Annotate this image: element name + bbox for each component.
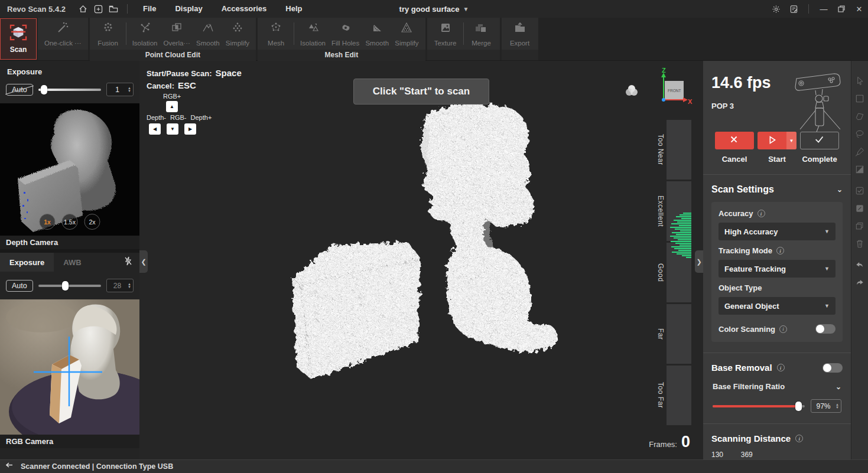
- redo-icon[interactable]: [854, 277, 866, 289]
- isolation-button[interactable]: Isolation: [297, 18, 329, 50]
- cursor-icon[interactable]: [854, 75, 866, 87]
- isolation-button[interactable]: Isolation: [129, 18, 161, 50]
- new-project-icon[interactable]: [90, 2, 106, 15]
- smooth-button[interactable]: Smooth: [193, 18, 223, 50]
- spinner-arrows-icon[interactable]: ▲▼: [128, 87, 133, 93]
- zoom-1.5x-button[interactable]: 1.5x: [62, 214, 78, 230]
- select-fill-icon[interactable]: [854, 203, 866, 214]
- distance-block: [667, 366, 691, 425]
- mesh-button[interactable]: Mesh: [261, 18, 291, 50]
- rgb-exposure-value[interactable]: 28 ▲▼: [106, 279, 134, 292]
- spinner-arrows-icon[interactable]: ▲▼: [836, 403, 841, 409]
- scan-viewport[interactable]: Start/Pause Scan:Space Cancel:ESC RGB+ ▲…: [139, 61, 703, 459]
- feedback-icon[interactable]: [785, 2, 802, 16]
- lasso-select-icon[interactable]: [854, 128, 866, 140]
- distance-label-far: Far: [656, 304, 665, 364]
- info-icon[interactable]: i: [758, 210, 765, 217]
- depth-exposure-value[interactable]: 1 ▲▼: [106, 83, 134, 96]
- flash-off-icon[interactable]: [124, 256, 132, 268]
- color-scanning-toggle[interactable]: [815, 324, 836, 334]
- merge-button[interactable]: Merge: [467, 18, 496, 50]
- scanner-illustration: [792, 68, 846, 136]
- menu-file[interactable]: File: [134, 0, 165, 18]
- object-type-select[interactable]: General Object▼: [719, 297, 836, 315]
- chevron-down-icon: ▼: [463, 6, 469, 12]
- scan-button[interactable]: Scan: [0, 18, 37, 60]
- menu-accessories[interactable]: Accessories: [212, 0, 277, 18]
- texture-button[interactable]: Texture: [431, 18, 460, 50]
- rgb-exposure-slider[interactable]: [38, 281, 101, 291]
- ribbon-item-label: Overla···: [163, 40, 190, 47]
- fill-holes-button[interactable]: Fill Holes: [329, 18, 362, 50]
- smooth-button[interactable]: Smooth: [362, 18, 392, 50]
- tab-awb[interactable]: AWB: [54, 253, 90, 272]
- depth-exposure-slider[interactable]: [38, 85, 101, 94]
- rect-select-icon[interactable]: [854, 93, 866, 105]
- arrow-left-key[interactable]: ◀: [149, 123, 161, 135]
- overla--button[interactable]: Overla···: [160, 18, 193, 50]
- polygon-select-icon[interactable]: [854, 110, 866, 122]
- app-title: Revo Scan 5.4.2: [7, 5, 66, 14]
- axis-gizmo[interactable]: Z FRONT X: [649, 66, 693, 115]
- home-icon[interactable]: [75, 2, 90, 15]
- cancel-button[interactable]: [715, 132, 754, 149]
- zoom-2x-button[interactable]: 2x: [84, 214, 100, 230]
- info-icon[interactable]: i: [795, 435, 803, 442]
- invert-select-icon[interactable]: [854, 164, 866, 175]
- selection-tools-strip: [851, 61, 868, 459]
- histogram-bar: [683, 213, 691, 214]
- collapse-left-panel-button[interactable]: ❮: [139, 250, 148, 273]
- trash-icon[interactable]: [854, 238, 866, 250]
- object-type-label: Object Type: [719, 283, 836, 292]
- one-click--button[interactable]: One-click ···: [41, 18, 84, 50]
- distance-block: [667, 120, 691, 180]
- titlebar: Revo Scan 5.4.2 FileDisplayAccessoriesHe…: [0, 0, 868, 18]
- collapse-right-panel-button[interactable]: ❯: [695, 250, 703, 273]
- ribbon-group-label: [38, 50, 88, 60]
- undo-icon[interactable]: [854, 259, 866, 271]
- project-title[interactable]: try good surface▼: [399, 5, 469, 14]
- ribbon-item-label: Export: [510, 40, 529, 47]
- ribbon-group-label: [427, 50, 500, 60]
- ribbon-group-label: Mesh Edit: [258, 50, 425, 61]
- duplicate-icon[interactable]: [854, 220, 866, 232]
- scan-settings-header[interactable]: Scan Settings ⌄: [711, 184, 843, 195]
- info-icon[interactable]: i: [779, 325, 787, 333]
- depth-auto-exposure-button[interactable]: Auto: [6, 84, 33, 96]
- gizmo-z-label: Z: [662, 67, 666, 74]
- base-filtering-ratio-slider[interactable]: [713, 402, 805, 411]
- info-icon[interactable]: i: [776, 247, 784, 255]
- base-filtering-ratio-value[interactable]: 97% ▲▼: [811, 399, 841, 413]
- fusion-button[interactable]: Fusion: [93, 18, 123, 50]
- zoom-1x-button[interactable]: 1x: [40, 214, 56, 230]
- recenter-view-icon[interactable]: [624, 83, 639, 101]
- restore-button[interactable]: [833, 2, 850, 16]
- brush-icon[interactable]: [854, 146, 866, 158]
- export-button[interactable]: Export: [505, 18, 535, 50]
- keyboard-shortcuts-overlay: Start/Pause Scan:Space Cancel:ESC RGB+ ▲…: [147, 68, 242, 135]
- base-removal-toggle[interactable]: [823, 363, 843, 373]
- base-filtering-ratio-row[interactable]: Base Filtering Ratio ⌄: [711, 382, 843, 391]
- start-button[interactable]: ▼: [758, 132, 797, 149]
- simplify-button[interactable]: Simplify: [392, 18, 421, 50]
- arrow-up-key[interactable]: ▲: [166, 101, 178, 112]
- menu-display[interactable]: Display: [165, 0, 212, 18]
- histogram-bar: [677, 253, 691, 255]
- histogram-bar: [686, 257, 691, 258]
- spinner-arrows-icon[interactable]: ▲▼: [128, 283, 133, 289]
- fusion-icon: [102, 21, 115, 37]
- info-icon[interactable]: i: [777, 364, 785, 371]
- settings-gear-icon[interactable]: [767, 2, 785, 16]
- close-button[interactable]: ✕: [850, 2, 868, 16]
- tab-exposure[interactable]: Exposure: [0, 253, 54, 272]
- accuracy-select[interactable]: High Accuracy▼: [719, 223, 836, 240]
- minimize-button[interactable]: —: [815, 2, 833, 16]
- tracking-mode-select[interactable]: Feature Tracking▼: [719, 260, 836, 278]
- simplify-button[interactable]: Simplify: [223, 18, 252, 50]
- open-folder-icon[interactable]: [106, 2, 121, 15]
- arrow-right-key[interactable]: ▶: [184, 123, 196, 135]
- menu-help[interactable]: Help: [276, 0, 311, 18]
- rgb-auto-exposure-button[interactable]: Auto: [6, 280, 33, 292]
- select-check-icon[interactable]: [854, 185, 866, 197]
- arrow-down-key[interactable]: ▼: [167, 123, 178, 135]
